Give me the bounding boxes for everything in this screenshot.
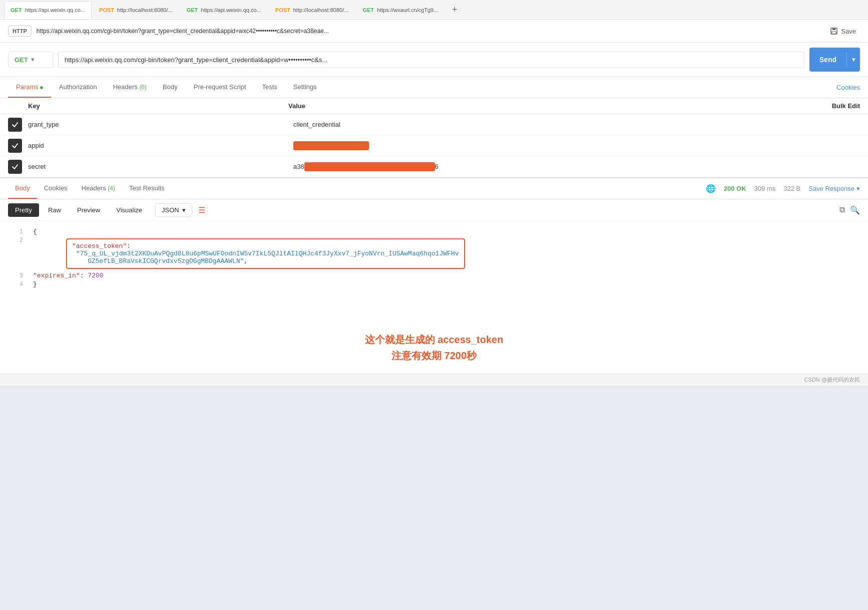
send-arrow-icon[interactable]: ▾ [846,52,860,67]
resp-tab-body[interactable]: Body [8,178,37,199]
toolbar-icons: ⧉ 🔍 [839,205,860,215]
tab-3-method: GET [187,7,198,13]
method-select[interactable]: GET ▾ [8,52,53,68]
tab-body[interactable]: Body [155,77,186,98]
url-input[interactable] [58,52,804,68]
row-2-redacted: wxc•••••••••••• [293,141,369,150]
tab-1-url: https://api.weixin.qq.co... [25,7,85,13]
annotation-block: 这个就是生成的 access_token 注意有效期 7200秒 [0,322,868,374]
fmt-tab-visualize[interactable]: Visualize [109,203,149,217]
tab-tests-label: Tests [262,83,277,91]
json-format-select[interactable]: JSON ▾ [155,203,192,217]
request-tabs: Params Authorization Headers (6) Body Pr… [0,77,868,98]
code-line-1: 1 { [0,227,868,236]
save-response-button[interactable]: Save Response ▾ [808,185,860,192]
tab-2-method: POST [99,7,114,13]
line-1-content: { [33,228,860,235]
save-button[interactable]: Save [826,25,860,37]
table-row: secret a38••••••••••••••••••••••••6 [0,156,868,177]
tab-bar: GET https://api.weixin.qq.co... POST htt… [0,0,868,20]
csdn-footer: CSDN @摄代码的农民 [0,374,868,386]
line-num-1: 1 [8,228,23,235]
tab-4-method: POST [275,7,290,13]
resp-tab-headers[interactable]: Headers (4) [75,178,122,199]
tab-params-label: Params [16,83,39,91]
cookies-link[interactable]: Cookies [836,78,860,97]
row-1-value: client_credential [293,121,860,128]
tab-authorization-label: Authorization [59,83,97,91]
fmt-tab-preview[interactable]: Preview [70,203,107,217]
row-3-redacted: •••••••••••••••••••••••• [304,162,435,171]
response-section: Body Cookies Headers (4) Test Results 🌐 … [0,178,868,374]
save-response-label: Save Response [808,185,854,192]
line-num-3: 3 [8,272,23,279]
tab-authorization[interactable]: Authorization [51,77,105,98]
tab-3[interactable]: GET https://api.weixin.qq.co... [180,1,268,19]
tab-headers-label: Headers [113,83,140,91]
annotation-line-2: 注意有效期 7200秒 [10,348,858,364]
format-bar: Pretty Raw Preview Visualize JSON ▾ ☰ ⧉ … [0,199,868,221]
line-4-content: } [33,280,860,288]
resp-tab-test-results[interactable]: Test Results [122,178,172,199]
code-view: 1 { 2 "access_token": "75_q_UL_vjdm3t2XK… [0,221,868,322]
expires-in-key: "expires_in" [33,272,80,279]
resp-tab-cookies[interactable]: Cookies [37,178,75,199]
row-1-checkbox[interactable] [8,118,22,132]
fmt-tab-pretty[interactable]: Pretty [8,203,39,217]
resp-tab-cookies-label: Cookies [44,184,68,192]
code-line-4: 4 } [0,280,868,288]
tab-4-url: http://localhost:8080/... [293,7,349,13]
expires-in-value: 7200 [88,272,103,279]
bulk-edit-header[interactable]: Bulk Edit [832,102,860,110]
response-status: 🌐 200 OK 309 ms 322 B Save Response ▾ [706,184,860,193]
row-1-key: grant_type [28,121,293,128]
send-label: Send [809,52,846,68]
tab-body-label: Body [163,83,178,91]
tab-pre-request-label: Pre-request Script [194,83,246,91]
tab-3-url: https://api.weixin.qq.co... [201,7,261,13]
request-bar: GET ▾ Send ▾ [0,43,868,77]
url-display: https://api.weixin.qq.com/cgi-bin/token?… [37,28,821,35]
url-bar: HTTP https://api.weixin.qq.com/cgi-bin/t… [0,20,868,43]
tab-headers[interactable]: Headers (6) [105,77,155,98]
tab-params[interactable]: Params [8,77,51,98]
line-3-content: "expires_in": 7200 [33,272,860,279]
row-2-checkbox[interactable] [8,139,22,153]
fmt-tab-raw[interactable]: Raw [41,203,68,217]
http-badge: HTTP [8,26,32,37]
response-size: 322 B [783,185,800,192]
tab-5-method: GET [362,7,374,13]
method-value: GET [15,56,28,64]
tab-settings[interactable]: Settings [285,77,325,98]
row-3-checkbox[interactable] [8,160,22,174]
tab-1-method: GET [11,7,22,13]
resp-tab-headers-label: Headers [82,184,108,192]
search-icon[interactable]: 🔍 [850,205,860,215]
send-button[interactable]: Send ▾ [809,48,860,72]
tab-1[interactable]: GET https://api.weixin.qq.co... [4,1,92,19]
line-num-2: 2 [8,236,23,244]
tab-5-url: https://wxaurl.cn/cgTg9... [377,7,438,13]
value-header: Value [288,102,832,110]
tab-settings-label: Settings [293,83,317,91]
code-line-2: 2 "access_token": "75_q_UL_vjdm3t2XKDuAv… [0,236,868,271]
row-2-value: wxc•••••••••••• [293,141,860,150]
tab-4[interactable]: POST http://localhost:8080/... [269,1,355,19]
access-token-key: "access_token" [72,242,127,250]
code-line-3: 3 "expires_in": 7200 [0,271,868,280]
status-code: 200 OK [724,185,746,192]
filter-icon[interactable]: ☰ [198,205,205,215]
json-format-arrow-icon: ▾ [182,206,186,214]
save-response-arrow-icon: ▾ [856,185,860,192]
tab-5[interactable]: GET https://wxaurl.cn/cgTg9... [356,1,445,19]
tab-pre-request-script[interactable]: Pre-request Script [186,77,254,98]
csdn-label: CSDN @摄代码的农民 [804,376,860,384]
add-tab-button[interactable]: + [448,3,462,17]
copy-icon[interactable]: ⧉ [839,205,845,215]
table-row: grant_type client_credential [0,114,868,135]
resp-tab-tests-label: Test Results [129,184,165,192]
params-header: Key Value Bulk Edit [0,98,868,114]
line-num-4: 4 [8,280,23,288]
tab-2[interactable]: POST http://localhost:8080/... [93,1,179,19]
tab-tests[interactable]: Tests [254,77,285,98]
